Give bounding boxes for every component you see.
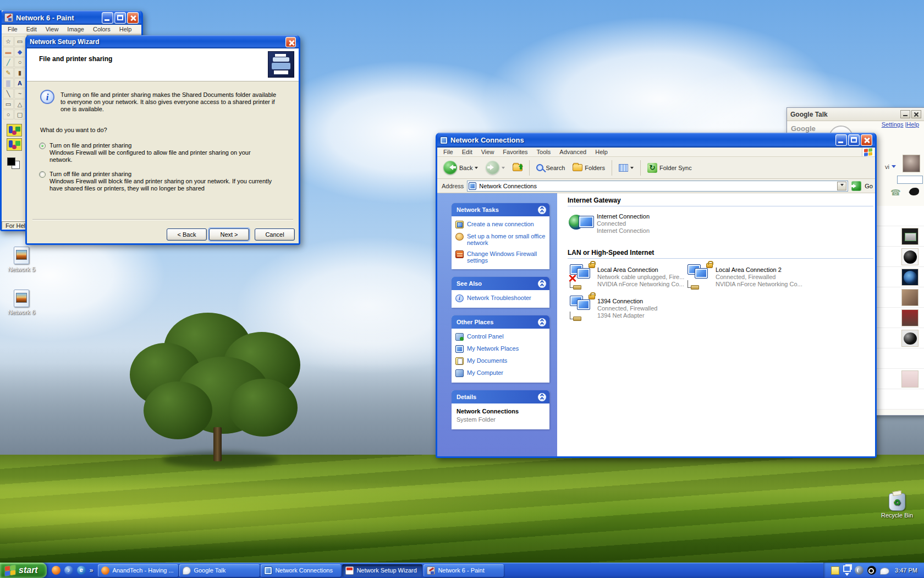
see-also-header[interactable]: See Also — [452, 277, 549, 290]
radio-unselected-icon[interactable] — [39, 171, 46, 178]
menu-favorites[interactable]: Favorites — [498, 148, 532, 156]
menu-edit[interactable]: Edit — [458, 148, 477, 156]
back-button[interactable]: < Back — [167, 228, 207, 241]
quick-launch-overflow-chevron[interactable]: » — [90, 566, 94, 574]
settings-link[interactable]: Settings — [882, 121, 904, 128]
curve-tool[interactable]: ~ — [14, 89, 25, 99]
help-note-tray-icon[interactable] — [831, 566, 839, 575]
taskbar-button-paint[interactable]: Network 6 - Paint — [424, 564, 504, 577]
menu-view[interactable]: View — [41, 25, 63, 33]
maximize-button[interactable] — [114, 12, 126, 24]
folders-button[interactable]: Folders — [570, 162, 608, 173]
tool-option-thumbnail[interactable] — [7, 124, 22, 137]
google-talk-titlebar[interactable]: Google Talk — [787, 108, 924, 121]
task-create-connection[interactable]: Create a new connection — [455, 221, 547, 228]
views-dropdown-caret[interactable] — [630, 167, 634, 171]
brush-tool[interactable]: ▮ — [14, 68, 25, 78]
desktop-icon-recycle-bin[interactable]: ♻ Recycle Bin — [878, 493, 916, 519]
collapse-chevron-icon[interactable] — [538, 206, 546, 214]
network-connections-titlebar[interactable]: Network Connections — [437, 133, 875, 148]
menu-advanced[interactable]: Advanced — [555, 148, 591, 156]
connection-item-1394[interactable]: 1394 Connection Connected, Firewalled 13… — [597, 298, 657, 319]
taskbar-clock[interactable]: 3:47 PM — [893, 567, 917, 574]
steam-tray-icon[interactable] — [867, 566, 876, 575]
start-button[interactable]: start — [0, 563, 47, 578]
desktop-icon-network6[interactable]: Network 6 — [2, 290, 41, 315]
voice-tray-icon[interactable] — [855, 566, 864, 575]
pencil-tool[interactable]: ✎ — [3, 68, 14, 78]
task-setup-network[interactable]: Set up a home or small office network — [455, 233, 547, 246]
menu-file[interactable]: File — [3, 25, 22, 33]
line-tool[interactable]: ╲ — [3, 89, 14, 99]
tool-option-thumbnail[interactable] — [7, 138, 22, 151]
magnifier-tool[interactable]: ○ — [14, 57, 25, 67]
go-label[interactable]: Go — [865, 183, 873, 189]
close-button[interactable] — [911, 110, 921, 118]
user-avatar[interactable] — [903, 155, 920, 172]
back-dropdown-caret[interactable] — [475, 167, 478, 171]
lan2-icon[interactable] — [686, 264, 714, 290]
back-button[interactable]: Back — [441, 159, 481, 176]
help-link[interactable]: |Help — [905, 121, 919, 128]
search-button[interactable]: Search — [534, 162, 568, 173]
collapse-chevron-icon[interactable] — [538, 393, 546, 401]
eraser-tool[interactable]: ▬ — [3, 47, 14, 57]
menu-tools[interactable]: Tools — [532, 148, 556, 156]
rounded-rect-tool[interactable]: ▢ — [14, 110, 25, 119]
fill-tool[interactable]: ◆ — [14, 47, 25, 57]
bird-avatar[interactable] — [909, 188, 919, 195]
collapse-chevron-icon[interactable] — [538, 318, 546, 326]
taskbar-button-network-connections[interactable]: Network Connections — [261, 564, 341, 577]
folder-sync-button[interactable]: ↻ Folder Sync — [645, 161, 695, 175]
address-input[interactable]: Network Connections — [467, 181, 848, 192]
cancel-button[interactable]: Cancel — [255, 228, 295, 241]
collapse-chevron-icon[interactable] — [538, 280, 546, 288]
taskbar-button-google-talk[interactable]: Google Talk — [179, 564, 260, 577]
menu-edit[interactable]: Edit — [22, 25, 41, 33]
taskbar-button-anandtech[interactable]: AnandTech - Having ... — [98, 564, 178, 577]
close-button[interactable] — [861, 134, 872, 146]
other-places-header[interactable]: Other Places — [452, 315, 549, 329]
link-my-computer[interactable]: My Computer — [455, 369, 547, 377]
airbrush-tool[interactable]: ▒ — [3, 78, 14, 88]
phone-icon[interactable]: ☎ — [890, 188, 901, 198]
radio-selected-icon[interactable] — [39, 143, 46, 149]
1394-icon[interactable] — [569, 296, 596, 321]
internet-connection-icon[interactable] — [569, 211, 596, 237]
tray-expand-caret[interactable] — [845, 573, 849, 578]
network-tasks-header[interactable]: Network Tasks — [452, 203, 549, 216]
connection-item-lan2[interactable]: Local Area Connection 2 Connected, Firew… — [716, 266, 802, 288]
menu-image[interactable]: Image — [63, 25, 89, 33]
media-player-icon[interactable]: ♪ — [64, 566, 73, 575]
link-control-panel[interactable]: Control Panel — [455, 333, 547, 341]
color-picker-tool[interactable]: ╱ — [3, 57, 14, 67]
search-contacts-input[interactable] — [897, 176, 923, 184]
menu-view[interactable]: View — [477, 148, 499, 156]
menu-help[interactable]: Help — [115, 25, 136, 33]
go-button[interactable] — [851, 181, 861, 191]
desktop-icon-network5[interactable]: Network 5 — [2, 247, 41, 272]
menu-file[interactable]: File — [439, 148, 458, 156]
address-dropdown-button[interactable] — [837, 182, 846, 190]
window-layout-tray-icon[interactable] — [843, 565, 851, 572]
task-change-firewall[interactable]: Change Windows Firewall settings — [455, 250, 547, 264]
free-select-tool[interactable]: ☆ — [3, 36, 14, 46]
next-button[interactable]: Next > — [209, 228, 249, 241]
close-button[interactable] — [127, 12, 139, 24]
text-tool[interactable]: A — [14, 78, 25, 88]
maximize-button[interactable] — [848, 134, 860, 146]
select-tool[interactable]: ▭ — [14, 36, 25, 46]
google-talk-tray-icon[interactable] — [880, 568, 889, 575]
connection-item-internet[interactable]: Internet Connection Connected Internet C… — [597, 213, 650, 235]
firefox-icon[interactable] — [52, 566, 61, 575]
menu-colors[interactable]: Colors — [89, 25, 115, 33]
taskbar-button-network-setup-wizard[interactable]: Network Setup Wizard — [342, 564, 422, 577]
polygon-tool[interactable]: △ — [14, 99, 25, 109]
paint-titlebar[interactable]: Network 6 - Paint — [2, 10, 141, 25]
link-network-troubleshooter[interactable]: iNetwork Troubleshooter — [455, 295, 547, 302]
views-button[interactable] — [616, 162, 636, 173]
rectangle-tool[interactable]: ▭ — [3, 99, 14, 109]
menu-help[interactable]: Help — [591, 148, 612, 156]
minimize-button[interactable] — [900, 110, 910, 118]
internet-explorer-icon[interactable]: e — [77, 566, 86, 575]
